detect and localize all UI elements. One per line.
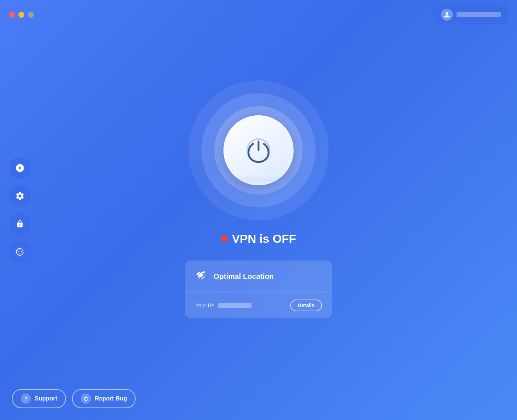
power-ring-outer (188, 80, 329, 220)
bug-icon (81, 393, 91, 404)
details-button[interactable]: Details (290, 300, 322, 311)
report-bug-label: Report Bug (95, 395, 127, 402)
location-card: Optimal Location Your IP: Details (185, 260, 332, 318)
support-icon: ? (21, 393, 31, 404)
power-ring-inner (214, 106, 303, 195)
location-header[interactable]: Optimal Location (185, 260, 332, 293)
ip-label: Your IP: (195, 302, 215, 308)
bottom-bar: ? Support Report Bug (12, 389, 136, 408)
ip-row: Your IP: Details (185, 293, 332, 318)
vpn-status-text: VPN is OFF (232, 232, 296, 246)
rocket-icon (195, 269, 208, 284)
power-ring-middle (201, 93, 316, 207)
location-name: Optimal Location (214, 272, 274, 281)
support-label: Support (35, 395, 57, 402)
main-content: VPN is OFF Optimal Location Your IP: Det… (0, 0, 517, 420)
support-button[interactable]: ? Support (12, 389, 66, 408)
report-bug-button[interactable]: Report Bug (72, 389, 136, 408)
status-indicator (221, 235, 228, 242)
vpn-status: VPN is OFF (221, 232, 296, 246)
power-area: VPN is OFF (188, 80, 329, 246)
ip-address (218, 303, 251, 308)
power-button[interactable] (223, 115, 294, 185)
